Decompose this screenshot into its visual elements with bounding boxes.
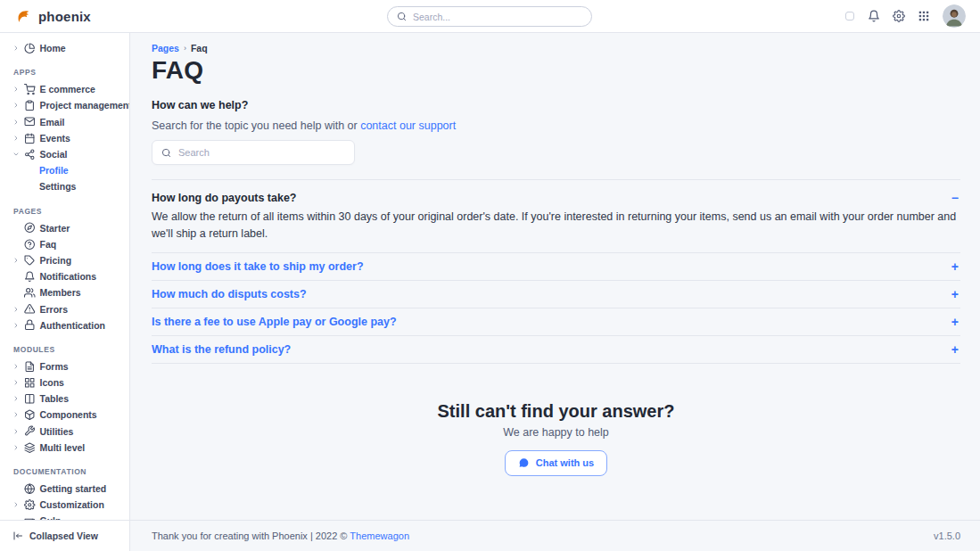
footer-credits: Thank you for creating with Phoenix | 20… xyxy=(152,530,409,541)
sidebar-item-project-management[interactable]: Project management xyxy=(12,97,126,113)
sidebar-section-label-pages: PAGES xyxy=(13,207,126,216)
sidebar-item-label: Errors xyxy=(40,304,69,315)
breadcrumb-pages-link[interactable]: Pages xyxy=(152,43,179,53)
breadcrumb: Pages › Faq xyxy=(152,43,960,53)
faq-item: How much do disputs costs?+ xyxy=(152,281,960,308)
sidebar-item-events[interactable]: Events xyxy=(12,130,126,146)
chat-with-us-button[interactable]: Chat with us xyxy=(505,450,607,476)
users-icon xyxy=(24,287,36,299)
sidebar-item-label: Components xyxy=(40,409,97,420)
sidebar-item-pricing[interactable]: Pricing xyxy=(12,252,126,268)
user-avatar[interactable] xyxy=(943,4,966,28)
help-heading: How can we help? xyxy=(152,99,960,111)
top-navbar: phoenix xyxy=(0,0,980,33)
sidebar-item-forms[interactable]: Forms xyxy=(12,358,126,374)
sidebar-item-e-commerce[interactable]: E commerce xyxy=(12,81,126,97)
faq-question-text: Is there a fee to use Apple pay or Googl… xyxy=(152,316,397,328)
sidebar-item-members[interactable]: Members xyxy=(12,284,126,300)
sidebar-item-multi-level[interactable]: Multi level xyxy=(12,440,126,456)
breadcrumb-separator: › xyxy=(184,44,186,53)
sidebar-item-icons[interactable]: Icons xyxy=(12,374,126,391)
sidebar-item-components[interactable]: Components xyxy=(12,407,126,423)
sidebar-item-getting-started[interactable]: Getting started xyxy=(12,481,126,497)
sidebar-item-label: Getting started xyxy=(40,483,107,494)
plus-icon[interactable]: + xyxy=(951,316,960,328)
sidebar-nav: HomeAPPSE commerceProject managementEmai… xyxy=(0,33,129,520)
contact-support-link[interactable]: contact our support xyxy=(360,119,456,132)
sidebar-item-errors[interactable]: Errors xyxy=(12,300,126,317)
chat-bubble-icon xyxy=(518,457,530,469)
themewagon-link[interactable]: Themewagon xyxy=(350,530,409,541)
sidebar-item-customization[interactable]: Customization xyxy=(12,497,126,513)
sidebar: HomeAPPSE commerceProject managementEmai… xyxy=(0,33,130,551)
sidebar-item-email[interactable]: Email xyxy=(12,114,126,130)
sidebar-item-home[interactable]: Home xyxy=(12,40,126,56)
sidebar-subitem-settings[interactable]: Settings xyxy=(12,178,126,194)
collapsed-view-label: Collapsed View xyxy=(29,530,98,541)
faq-question-how-long-does-it-take-to-ship-[interactable]: How long does it take to ship my order?+ xyxy=(152,253,960,280)
sidebar-item-label: Events xyxy=(40,133,70,144)
calendar-icon xyxy=(24,133,36,144)
pie-chart-icon xyxy=(24,43,36,54)
sidebar-item-social[interactable]: Social xyxy=(12,146,126,162)
caret-spacer xyxy=(12,273,20,280)
bell-icon[interactable] xyxy=(868,10,880,22)
globe-icon xyxy=(24,483,36,495)
faq-question-text: How much do disputs costs? xyxy=(152,288,307,300)
sidebar-item-label: Notifications xyxy=(40,271,97,282)
faq-search[interactable] xyxy=(152,140,355,165)
sidebar-item-utilities[interactable]: Utilities xyxy=(12,424,126,440)
sidebar-item-label: Starter xyxy=(40,223,70,234)
sidebar-item-starter[interactable]: Starter xyxy=(12,220,126,236)
faq-search-input[interactable] xyxy=(178,147,345,158)
sidebar-item-label: Multi level xyxy=(40,442,86,453)
chevron-right-icon xyxy=(12,306,20,313)
file-text-icon xyxy=(24,361,36,373)
page-layout: HomeAPPSE commerceProject managementEmai… xyxy=(0,33,980,551)
plus-icon[interactable]: + xyxy=(951,343,960,356)
cta-section: Still can't find your answer? We are hap… xyxy=(152,401,960,476)
mail-icon xyxy=(24,116,36,127)
content: Pages › Faq FAQ How can we help? Search … xyxy=(130,33,980,520)
minus-icon[interactable]: − xyxy=(951,192,960,204)
caret-spacer xyxy=(12,241,20,248)
gear-icon[interactable] xyxy=(893,10,905,22)
theme-toggle[interactable] xyxy=(844,11,855,21)
chevron-right-icon xyxy=(12,363,20,370)
faq-question-how-much-do-disputs-costs[interactable]: How much do disputs costs?+ xyxy=(152,281,960,308)
faq-question-how-long-do-payouts-take[interactable]: How long do payouts take?− xyxy=(152,192,960,204)
sidebar-subitem-profile[interactable]: Profile xyxy=(12,162,126,178)
chevron-right-icon xyxy=(12,86,20,93)
global-search[interactable] xyxy=(387,6,592,27)
brand-logo-link[interactable]: phoenix xyxy=(14,7,91,26)
cta-title: Still can't find your answer? xyxy=(152,401,960,422)
plus-icon[interactable]: + xyxy=(951,288,960,300)
sidebar-item-notifications[interactable]: Notifications xyxy=(12,268,126,284)
bell-icon xyxy=(24,271,36,283)
collapsed-view-toggle[interactable]: Collapsed View xyxy=(0,520,129,551)
share-icon xyxy=(24,149,36,160)
sidebar-item-faq[interactable]: Faq xyxy=(12,236,126,252)
global-search-input[interactable] xyxy=(413,12,582,22)
columns-icon xyxy=(24,393,36,405)
chevron-right-icon xyxy=(12,444,20,451)
sidebar-section-label-documentation: DOCUMENTATION xyxy=(13,467,126,476)
sidebar-item-label: Project management xyxy=(40,100,130,111)
faq-question-is-there-a-fee-to-use-apple-pa[interactable]: Is there a fee to use Apple pay or Googl… xyxy=(152,308,960,335)
sidebar-item-tables[interactable]: Tables xyxy=(12,391,126,407)
sidebar-item-label: Authentication xyxy=(40,320,106,331)
chevron-right-icon xyxy=(12,379,20,386)
sidebar-item-label: E commerce xyxy=(40,84,95,95)
faq-question-text: How long does it take to ship my order? xyxy=(152,260,364,273)
sidebar-item-gulp[interactable]: Gulp xyxy=(12,513,126,520)
faq-question-what-is-the-refund-policy[interactable]: What is the refund policy?+ xyxy=(152,336,960,363)
plus-icon[interactable]: + xyxy=(951,260,960,273)
apps-grid-icon[interactable] xyxy=(918,10,930,22)
sidebar-item-label: Members xyxy=(40,287,81,298)
layers-icon xyxy=(24,442,36,454)
sidebar-item-authentication[interactable]: Authentication xyxy=(12,317,126,333)
chevron-right-icon xyxy=(12,119,20,126)
chevron-right-icon xyxy=(12,322,20,329)
chevron-right-icon xyxy=(12,102,20,109)
collapse-left-icon xyxy=(12,530,23,541)
